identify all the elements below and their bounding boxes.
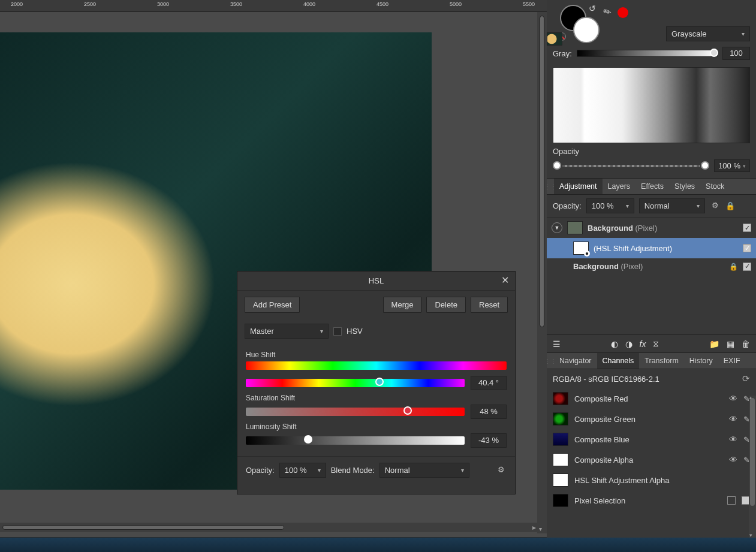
mask-icon[interactable]: ◑ [625,339,632,349]
luminosity-slider-thumb[interactable] [304,435,312,444]
tab-transform[interactable]: Transform [639,353,684,369]
channel-dropdown[interactable]: Master [245,324,329,339]
opacity-slider-thumb[interactable] [701,161,709,170]
lock-icon[interactable]: 🔒 [729,263,738,271]
eye-icon[interactable]: 👁 [729,455,737,464]
hue-slider[interactable] [246,379,465,387]
gear-icon[interactable]: ⚙ [710,201,721,212]
hue-value[interactable]: 40.4 ° [471,376,507,390]
colorspace-row: RGBA/8 - sRGB IEC61966-2.1 ⟳ [547,369,756,388]
opacity-slider[interactable] [553,162,709,170]
saturation-value[interactable]: 48 % [471,405,507,419]
saturation-slider[interactable] [246,408,465,416]
merge-icon[interactable]: ▦ [727,339,734,349]
hsl-dialog[interactable]: HSL ✕ Add Preset Merge Delete Reset Mast… [237,271,516,494]
trash-icon[interactable]: 🗑 [742,339,750,349]
panel-tabs: ⋮⋮ Adjustment Layers Effects Styles Stoc… [547,178,756,195]
channel-thumbnail [553,453,568,466]
delete-button[interactable]: Delete [426,297,466,313]
layer-row[interactable]: ▼ Background (Pixel) ✓ [547,218,756,238]
gear-icon[interactable]: ⚙ [496,465,507,476]
opacity-value[interactable]: 100 % [714,159,750,172]
channel-row[interactable]: Composite Green👁✎ [547,409,756,429]
layer-thumbnail[interactable] [573,242,589,255]
panel-grip-icon[interactable]: ⋮⋮ [547,353,554,369]
opacity-label: Opacity: [246,466,275,475]
layer-thumbnail[interactable] [547,32,562,46]
dialog-blend-dropdown[interactable]: Normal [379,463,469,478]
merge-button[interactable]: Merge [383,297,422,313]
color-mode-dropdown[interactable]: Grayscale [666,26,750,41]
expand-toggle-icon[interactable]: ▼ [552,222,562,233]
eyedropper-icon[interactable]: ✎ [601,5,613,19]
dialog-titlebar[interactable]: HSL ✕ [237,272,515,291]
adjustment-icon[interactable]: ◐ [611,339,618,349]
tab-effects[interactable]: Effects [635,179,669,194]
reset-button[interactable]: Reset [471,297,508,313]
luminosity-value[interactable]: -43 % [471,433,507,448]
selection-icon[interactable] [727,496,736,505]
layers-icon[interactable]: ☰ [553,339,561,349]
channels-list: Composite Red👁✎ Composite Green👁✎ Compos… [547,388,756,511]
visibility-checkbox[interactable]: ✓ [743,263,751,271]
layer-row[interactable]: (HSL Shift Adjustment) ✓ [547,238,756,258]
channel-name: HSL Shift Adjustment Alpha [574,476,750,485]
visibility-checkbox[interactable]: ✓ [743,224,751,232]
close-icon[interactable]: ✕ [499,275,510,286]
layer-thumbnail[interactable] [567,221,583,234]
eye-icon[interactable]: 👁 [729,435,737,444]
channel-row[interactable]: Pixel Selection [547,490,756,511]
tab-channels[interactable]: Channels [597,353,640,369]
crop-icon[interactable]: ⧖ [653,339,659,349]
visibility-checkbox[interactable]: ✓ [743,244,751,252]
layer-opacity-dropdown[interactable]: 100 % [586,198,634,213]
opacity-slider-thumb[interactable] [553,161,561,170]
tab-navigator[interactable]: Navigator [554,353,597,369]
tab-styles[interactable]: Styles [669,179,700,194]
hue-reference-bar [246,361,507,370]
layer-row[interactable]: Background (Pixel) 🔒 ✓ [547,258,756,275]
add-preset-button[interactable]: Add Preset [245,297,300,313]
channels-scrollbar[interactable]: ▴▾ [749,396,756,539]
tab-adjustment[interactable]: Adjustment [554,179,603,194]
vertical-scrollbar[interactable]: ▾ [537,12,547,533]
bottom-panel-tabs: ⋮⋮ Navigator Channels Transform History … [547,352,756,369]
dialog-opacity-dropdown[interactable]: 100 % [279,463,326,478]
layers-list: ▼ Background (Pixel) ✓ (HSL Shift Adjust… [547,218,756,275]
ruler-tick-label: 4500 [377,1,388,7]
gray-value[interactable]: 100 [722,47,750,60]
channel-row[interactable]: Composite Blue👁✎ [547,429,756,450]
reset-icon[interactable]: ⟳ [742,373,750,384]
tab-history[interactable]: History [684,353,718,369]
foreground-color-swatch[interactable] [573,17,600,43]
hue-slider-thumb[interactable] [375,378,384,386]
channel-thumbnail [553,412,568,426]
layer-blend-dropdown[interactable]: Normal [639,198,705,213]
hsv-checkbox[interactable] [333,327,342,336]
folder-icon[interactable]: 📁 [709,339,719,349]
gray-slider-thumb[interactable] [710,49,718,57]
layer-name[interactable]: Background (Pixel) [573,262,724,271]
tab-layers[interactable]: Layers [603,179,636,194]
eye-icon[interactable]: 👁 [729,414,737,424]
tab-stock[interactable]: Stock [700,179,730,194]
ruler-tick-label: 3500 [230,1,242,7]
panel-grip-icon[interactable]: ⋮⋮ [547,179,554,194]
tab-exif[interactable]: EXIF [718,353,746,369]
recent-color-swatch[interactable] [618,7,628,18]
blend-mode-label: Blend Mode: [331,466,375,475]
luminosity-slider[interactable] [246,436,465,445]
layer-name[interactable]: (HSL Shift Adjustment) [594,244,738,253]
saturation-slider-thumb[interactable] [403,406,412,415]
channel-row[interactable]: Composite Alpha👁✎ [547,450,756,470]
fx-icon[interactable]: fx [640,339,646,349]
swap-colors-icon[interactable]: ↺ [589,4,596,13]
eye-icon[interactable]: 👁 [729,394,737,403]
channel-row[interactable]: Composite Red👁✎ [547,388,756,409]
colorspace-label: RGBA/8 - sRGB IEC61966-2.1 [553,375,659,384]
gray-slider[interactable] [577,50,718,57]
layer-name[interactable]: Background (Pixel) [588,224,738,233]
horizontal-scrollbar[interactable]: ▸ [0,523,537,532]
lock-icon[interactable]: 🔒 [725,201,735,210]
channel-row[interactable]: HSL Shift Adjustment Alpha [547,470,756,490]
